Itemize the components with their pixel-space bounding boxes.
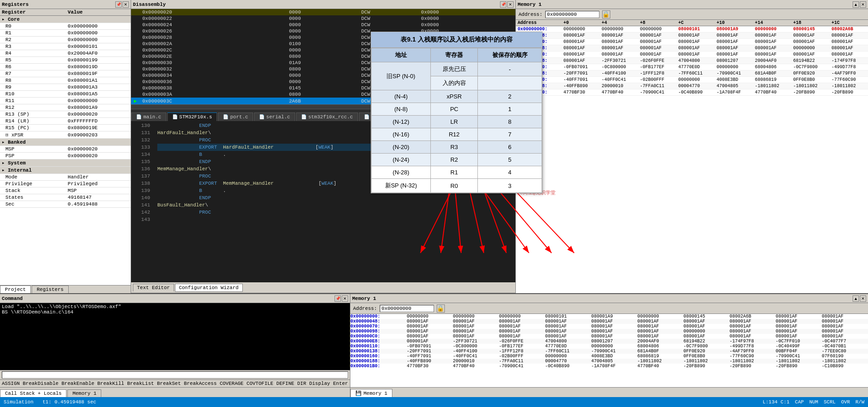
- overlay-row: (N-28)R14: [372, 166, 542, 179]
- memory-cell: 080001AF: [561, 45, 600, 51]
- editor-tab-stm32f10x-rcc-c[interactable]: 📄stm32f10x_rcc.c: [296, 112, 358, 121]
- command-output: Load "..\\..\\..\\Objects\\RTOSDemo.axf"…: [0, 303, 350, 370]
- memory-bottom-cell: -0C40B890: [545, 364, 591, 369]
- command-pin-btn[interactable]: 📌: [335, 295, 341, 302]
- register-row: Sec0.45919488: [0, 201, 131, 208]
- memory-bottom-cell: -18011802: [684, 359, 730, 364]
- memory-cell: 080001AF: [753, 33, 792, 39]
- tab-label: serial.c: [266, 114, 290, 120]
- register-row: States49168147: [0, 194, 131, 201]
- mem-bottom-tab-label: Memory 1: [363, 391, 387, 396]
- memory-cell: 00000000: [715, 64, 753, 70]
- editor-tab-port-c[interactable]: 📄port.c: [218, 112, 253, 121]
- memory-cell: 4770BF40: [600, 89, 638, 96]
- memory-cell: -40FF0C41: [600, 77, 638, 83]
- memory-cell: -174F97F8: [830, 58, 868, 64]
- tab-file-icon: 📄: [301, 114, 307, 120]
- memory-bottom-cell: -02B00FFF: [499, 354, 545, 359]
- memory-row: 0x00000070:080001AF080001AF080001AF08000…: [516, 39, 868, 45]
- toolbar-tab-config-wizard[interactable]: Configuration Wizard: [175, 284, 243, 292]
- reg-col-register: Register: [0, 9, 66, 16]
- memory-bottom-cell: 00000000: [453, 314, 499, 319]
- command-input[interactable]: [2, 371, 348, 379]
- memory-bottom-expand-btn[interactable]: ▲: [853, 295, 859, 302]
- memory-row: 0x000000C0:080001AF080001AF080001AF08000…: [516, 51, 868, 58]
- memory-bottom-cell: 080001AF: [637, 319, 684, 324]
- memory-bottom-cell: 080001AF: [822, 324, 868, 329]
- overlay-cell-addr: (N-28): [372, 166, 431, 179]
- memory-bottom-title: Memory 1: [352, 296, 376, 301]
- mem-col-v1: +4: [600, 20, 638, 26]
- memory-bottom-panel: Memory 1 ▲ ✕ Address: 🔒 0x00000000:00000…: [350, 294, 868, 397]
- memory1-expand-btn[interactable]: ▲: [853, 1, 859, 8]
- overlay-cell-reg: 原先已压: [430, 62, 477, 76]
- mem-col-v4: +10: [715, 20, 753, 26]
- memory-cell: 08000145: [791, 26, 830, 33]
- overlay-cell-reg: LR: [430, 116, 477, 128]
- memory-bottom-lock-btn[interactable]: 🔒: [437, 304, 445, 313]
- tab-label: main.c: [143, 114, 161, 120]
- memory-cell: -0FB07091: [561, 64, 600, 70]
- registers-close-btn[interactable]: ✕: [123, 1, 129, 8]
- memory-cell: 080001AF: [715, 45, 753, 51]
- overlay-cell-addr: (N-12): [372, 116, 431, 128]
- disasm-close-btn[interactable]: ✕: [507, 1, 514, 8]
- memory-bottom-cell: 080001AF: [407, 324, 453, 329]
- command-output-line: BS \\RTOSDemo\main.c\164: [2, 309, 348, 315]
- memory-cell: 08001207: [715, 58, 753, 64]
- memory1-lock-btn[interactable]: 🔒: [602, 10, 610, 19]
- command-close-btn[interactable]: ✕: [342, 295, 348, 302]
- memory-bottom-cell: 080001AF: [499, 334, 545, 339]
- memory-cell: -20FF7091: [561, 70, 600, 77]
- overlay-col-addr: 地址: [372, 48, 431, 62]
- memory-bottom-cell: 08002A6B: [730, 314, 776, 319]
- memory-bottom-addr-input[interactable]: [380, 305, 434, 312]
- memory-bottom-cell: 080001AF: [684, 324, 730, 329]
- memory-cell: 080001AF: [715, 51, 753, 58]
- memory1-content: Address +0 +4 +8 +C +10 +14 +18 +1C: [516, 20, 868, 293]
- memory-row: 0x00000048:080001AF080001AF080001AF08000…: [516, 33, 868, 39]
- memory-cell: 00004770: [676, 83, 715, 89]
- status-line-col: L:134 C:1: [763, 399, 789, 405]
- memory-cell: -4AF79FF0: [830, 70, 868, 77]
- memory-cell: 080001AF: [791, 33, 830, 39]
- memory-bottom-cell: 080001AF: [453, 324, 499, 329]
- memory-cell: 080001AF: [561, 33, 600, 39]
- memory-bottom-cell: 0FF0E8B0: [684, 354, 730, 359]
- mem-bottom-tab-icon: 💾: [355, 390, 362, 396]
- editor-tab-stm32f10x-s[interactable]: 📄STM32F10x.s: [167, 112, 217, 121]
- overlay-cell-addr: (N-4): [372, 90, 431, 103]
- overlay-row: (N-24)R25: [372, 154, 542, 166]
- mem-bottom-tab-memory1[interactable]: 💾 Memory 1: [350, 389, 392, 397]
- tab-registers[interactable]: Registers: [32, 285, 68, 293]
- toolbar-tab-text-editor[interactable]: Text Editor: [133, 284, 174, 291]
- gutter-line: 137: [131, 173, 150, 180]
- cmd-tab-callstack[interactable]: Call Stack + Locals: [0, 389, 66, 397]
- memory-bottom-row: 0x000000E8:080001AF-2FF30721-026F0FFE470…: [350, 339, 868, 344]
- cmd-tab-memory1[interactable]: Memory 1: [67, 389, 101, 397]
- code-line: PROC: [157, 209, 512, 216]
- editor-tab-serial-c[interactable]: 📄serial.c: [254, 112, 295, 121]
- memory1-close-btn[interactable]: ✕: [860, 1, 866, 8]
- overlay-cell-addr: (N-8): [372, 103, 431, 116]
- memory-bottom-cell: 681A4B0F: [637, 349, 684, 354]
- memory-row: 0x00000188:-40FFB89020000010-7FFA0C11000…: [516, 83, 868, 89]
- memory-bottom-cell: -77EE0C80: [822, 349, 868, 354]
- memory-bottom-cell: 00000000: [684, 329, 730, 334]
- memory-cell: 080001AF: [715, 39, 753, 45]
- tab-label: STM32F10x.s: [179, 114, 212, 120]
- memory-bottom-cell: -40FFB890: [407, 359, 453, 364]
- disasm-row: 0x000000220000DCW0x0000: [131, 15, 515, 22]
- register-row: R50x08000199: [0, 57, 131, 64]
- memory1-addr-input[interactable]: [545, 11, 599, 18]
- editor-tab-main-c[interactable]: 📄main.c: [131, 112, 166, 121]
- memory-bottom-close-btn[interactable]: ✕: [860, 295, 866, 302]
- registers-pin-btn[interactable]: 📌: [115, 1, 122, 8]
- disasm-pin-btn[interactable]: 📌: [500, 1, 506, 8]
- memory-bottom-cell: 68004806: [637, 344, 684, 349]
- tab-project[interactable]: Project: [0, 285, 31, 293]
- memory-bottom-cell: 080001AF: [776, 314, 822, 319]
- overlay-cell-reg: R0: [430, 179, 477, 193]
- registers-title: Registers: [2, 2, 28, 7]
- register-row: R100x080001A5: [0, 91, 131, 98]
